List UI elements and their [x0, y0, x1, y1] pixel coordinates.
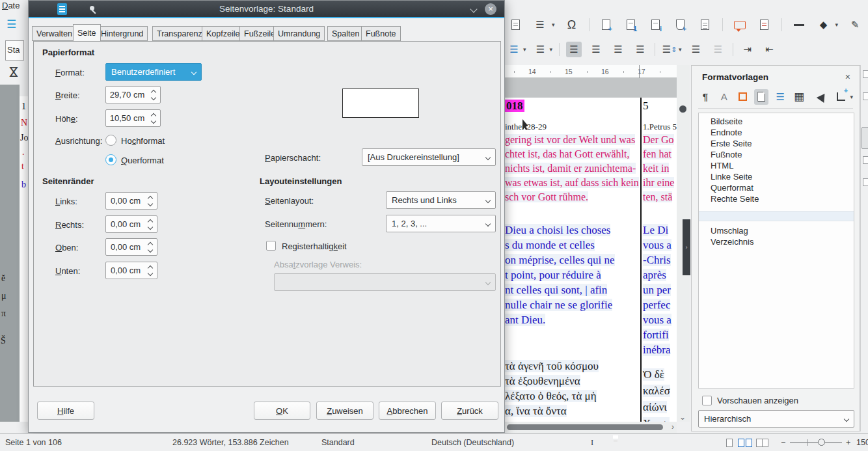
- basic-shapes-icon[interactable]: ◆: [816, 17, 832, 33]
- spin-down-icon[interactable]: [148, 270, 153, 275]
- status-language[interactable]: Deutsch (Deutschland): [431, 438, 514, 447]
- spin-up-icon[interactable]: [151, 89, 156, 94]
- frame-styles-icon[interactable]: [736, 89, 750, 105]
- style-list-item[interactable]: Umschlag: [699, 225, 854, 236]
- portrait-radio[interactable]: [105, 135, 116, 146]
- spin-up-icon[interactable]: [148, 265, 153, 270]
- tab-transparenz[interactable]: Transparenz: [152, 26, 207, 41]
- spin-down-icon[interactable]: [151, 118, 156, 123]
- styles-panel-close-icon[interactable]: ×: [845, 72, 850, 82]
- tab-verwalten[interactable]: Verwalten: [32, 26, 77, 41]
- page-numbers-dropdown[interactable]: 1, 2, 3, ...: [386, 215, 496, 232]
- tab-hintergrund[interactable]: Hintergrund: [96, 26, 148, 41]
- list-styles-icon[interactable]: ☰: [773, 89, 787, 105]
- style-list-item[interactable]: Linke Seite: [699, 171, 854, 182]
- page-layout-dropdown[interactable]: Rechts und Links: [386, 191, 496, 209]
- scroll-down-icon[interactable]: ⌄: [679, 413, 686, 422]
- horizontal-line-icon[interactable]: [791, 17, 807, 33]
- style-list-item[interactable]: Querformat: [699, 182, 854, 193]
- landscape-radio[interactable]: [105, 154, 116, 165]
- cancel-button[interactable]: Abbrechen: [379, 402, 436, 420]
- sidebar-lines-icon[interactable]: ☰: [7, 18, 16, 31]
- dropdown-caret[interactable]: ▾: [835, 21, 839, 28]
- paragraph-style-combo[interactable]: Sta: [5, 40, 24, 61]
- height-spinbox[interactable]: 10,50 cm: [105, 109, 161, 127]
- spin-down-icon[interactable]: [148, 224, 153, 229]
- show-previews-checkbox[interactable]: [702, 396, 712, 405]
- character-styles-icon[interactable]: A: [717, 89, 731, 105]
- formatting-marks-icon[interactable]: ☰: [532, 17, 548, 33]
- numbered-list-icon[interactable]: ☰: [533, 42, 549, 57]
- dropdown-caret[interactable]: ▾: [679, 46, 682, 53]
- width-spinbox[interactable]: 29,70 cm: [105, 86, 161, 103]
- style-list-item[interactable]: Rechte Seite: [699, 193, 854, 204]
- sidebar-tabstrip[interactable]: [860, 65, 868, 431]
- insert-page-break-icon[interactable]: [508, 17, 523, 33]
- tab-kopfzeile[interactable]: Kopfzeile: [202, 26, 244, 41]
- status-style[interactable]: Standard: [321, 438, 355, 447]
- scrollbar-thumb[interactable]: [507, 424, 663, 430]
- zoom-in-icon[interactable]: +: [846, 438, 850, 447]
- scroll-right-icon[interactable]: ›: [671, 422, 674, 431]
- table-styles-icon[interactable]: ▦: [792, 89, 806, 105]
- hyperlink-icon[interactable]: +: [599, 17, 614, 33]
- style-filter-dropdown[interactable]: Hierarchisch: [698, 410, 854, 428]
- page-styles-list[interactable]: Bildseite Endnote Erste Seite Fußnote HT…: [698, 113, 854, 389]
- spin-up-icon[interactable]: [151, 113, 156, 118]
- spin-down-icon[interactable]: [148, 247, 153, 252]
- cross-reference-icon[interactable]: [698, 17, 713, 33]
- page-styles-icon[interactable]: [754, 89, 768, 105]
- style-list-item[interactable]: Endnote: [699, 127, 854, 138]
- sidebar-tab-active[interactable]: [861, 127, 868, 149]
- register-true-checkbox[interactable]: [266, 241, 276, 251]
- align-right-icon[interactable]: ☰: [610, 42, 626, 57]
- status-page[interactable]: Seite 1 von 106: [5, 438, 62, 447]
- horizontal-ruler[interactable]: 14 15 16 17: [505, 65, 677, 78]
- insert-mode-icon[interactable]: I: [591, 438, 593, 448]
- help-button[interactable]: Hilfe: [37, 402, 94, 420]
- track-changes-icon[interactable]: [757, 17, 772, 33]
- decrease-indent-icon[interactable]: ⇤: [762, 42, 778, 57]
- margin-right-spinbox[interactable]: 0,00 cm: [105, 215, 157, 233]
- status-words[interactable]: 26.923 Wörter, 153.886 Zeichen: [172, 438, 289, 447]
- dropdown-caret[interactable]: ▾: [552, 21, 555, 28]
- style-list-item[interactable]: Bildseite: [699, 116, 854, 127]
- paper-tray-dropdown[interactable]: [Aus Druckereinstellung]: [362, 148, 496, 166]
- margin-top-spinbox[interactable]: 0,00 cm: [105, 238, 157, 256]
- dropdown-caret[interactable]: ▾: [523, 46, 526, 53]
- line-spacing-icon[interactable]: ☰⇕: [662, 42, 677, 57]
- spin-up-icon[interactable]: [148, 219, 153, 224]
- align-center-icon[interactable]: ☰: [588, 42, 604, 57]
- single-page-view-icon[interactable]: [726, 439, 733, 449]
- styles-action-caret[interactable]: ▾: [850, 94, 854, 100]
- style-list-item-selected[interactable]: [699, 211, 854, 221]
- special-character-icon[interactable]: Ω: [564, 17, 580, 33]
- style-list-item[interactable]: Fußnote: [699, 149, 854, 160]
- align-left-icon[interactable]: ☰: [566, 42, 582, 57]
- tab-umrandung[interactable]: Umrandung: [273, 26, 325, 41]
- reset-button[interactable]: Zurück: [441, 402, 498, 420]
- style-list-item[interactable]: HTML: [699, 160, 854, 171]
- spin-down-icon[interactable]: [151, 94, 156, 100]
- spin-down-icon[interactable]: [148, 200, 153, 206]
- style-list-item[interactable]: Verzeichnis: [699, 236, 854, 247]
- dialog-titlebar[interactable]: Seitenvorlage: Standard ×: [29, 1, 504, 18]
- bullet-list-icon[interactable]: ☰: [506, 42, 522, 57]
- menu-datei[interactable]: Date: [2, 1, 20, 10]
- spin-up-icon[interactable]: [148, 195, 153, 200]
- fill-format-mode-icon[interactable]: [815, 89, 830, 105]
- apply-button[interactable]: Zuweisen: [316, 402, 373, 420]
- freeform-draw-icon[interactable]: ✎: [847, 17, 863, 33]
- document-page[interactable]: 018 inther 28-29 gering ist vor der Welt…: [505, 98, 677, 422]
- insert-comment-icon[interactable]: [732, 17, 748, 33]
- zoom-percent[interactable]: 150: [856, 438, 868, 447]
- ok-button[interactable]: OK: [254, 402, 310, 420]
- tab-fussnote[interactable]: Fußnote: [361, 26, 401, 41]
- book-view-icon[interactable]: [756, 439, 768, 449]
- zoom-out-icon[interactable]: −: [781, 438, 785, 447]
- format-dropdown[interactable]: Benutzerdefiniert: [105, 63, 202, 81]
- justify-icon[interactable]: ☰: [632, 42, 648, 57]
- dropdown-caret[interactable]: ▾: [550, 46, 553, 53]
- close-icon[interactable]: ×: [485, 3, 496, 15]
- scrollbar-knob[interactable]: [679, 105, 686, 113]
